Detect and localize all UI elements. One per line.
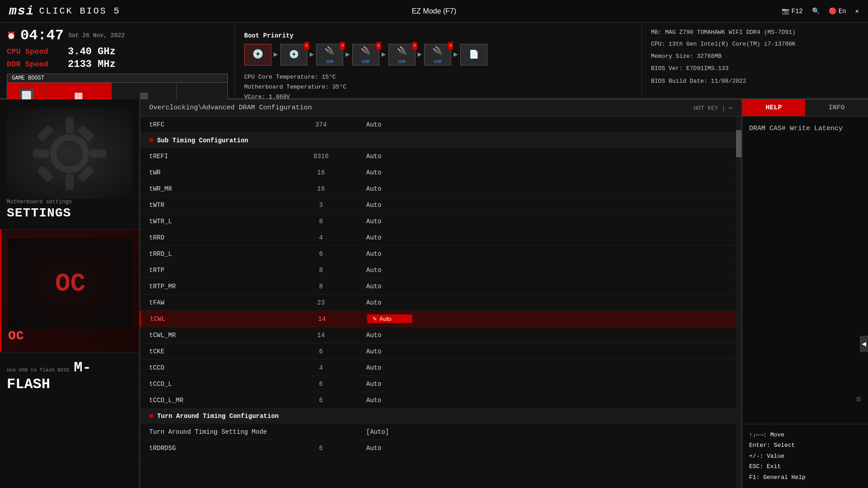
table-row[interactable]: tRTP_MR 8 Auto: [140, 278, 736, 295]
setting-mode: Auto: [366, 185, 727, 192]
setting-name: tCWL: [150, 315, 277, 323]
table-row[interactable]: tCCD_L 6 Auto: [140, 376, 736, 392]
setting-mode: Auto: [366, 153, 727, 160]
boot-device-3[interactable]: U 🔌 USB: [352, 44, 379, 66]
close-button[interactable]: ✕: [855, 7, 859, 15]
section-title: Turn Around Timing Configuration: [157, 413, 279, 420]
scrollbar-thumb[interactable]: [736, 130, 741, 157]
breadcrumb: Overclocking\Advanced DRAM Configuration: [149, 104, 312, 112]
main-layout: Motherboard settings SETTINGS OC OC Use …: [0, 99, 868, 488]
auto-button[interactable]: Auto: [367, 314, 412, 323]
section-header: ■Turn Around Timing Configuration: [140, 408, 736, 424]
table-row[interactable]: tWR 16 Auto: [140, 164, 736, 181]
device-icon-5: 🔌: [433, 44, 443, 58]
sidebar-item-settings[interactable]: Motherboard settings SETTINGS: [0, 99, 139, 230]
memory-info: Memory Size: 32768MB: [651, 51, 859, 61]
boot-device-4[interactable]: U 🔌 USB: [388, 44, 415, 66]
setting-value: 23: [276, 299, 366, 306]
ddr-speed-value: 2133 MHz: [68, 59, 116, 70]
table-row[interactable]: tWTR 3 Auto: [140, 197, 736, 213]
setting-mode: [Auto]: [366, 428, 727, 436]
boot-device-0[interactable]: 💿: [244, 44, 271, 66]
setting-mode: Auto: [366, 364, 727, 371]
setting-name: tRTP_MR: [149, 283, 276, 290]
language-button[interactable]: 🔴 En: [829, 7, 846, 15]
table-row[interactable]: tWTR_L 8 Auto: [140, 213, 736, 230]
scroll-indicator: ≡: [856, 394, 861, 405]
setting-name: tCKE: [149, 348, 276, 355]
boot-device-6[interactable]: 📄: [460, 44, 487, 66]
device-badge-1: U: [304, 42, 309, 49]
settings-table[interactable]: tRFC 374 Auto ■Sub Timing Configuration …: [140, 117, 736, 488]
device-icon-4: 🔌: [397, 44, 407, 58]
msi-logo: msi: [9, 4, 34, 18]
shortcut-esc: ESC: Exit: [749, 461, 861, 472]
mflash-subtitle: Use USB to flash BIOS: [7, 367, 70, 373]
setting-value: 8316: [276, 153, 366, 160]
clock-time: 04:47: [20, 27, 64, 44]
top-bar: msi CLICK BIOS 5 EZ Mode (F7) 📷 F12 🔍 🔴 …: [0, 0, 868, 23]
table-row[interactable]: tCCD_L_MR 6 Auto: [140, 392, 736, 408]
table-row[interactable]: tRDRDSG 6 Auto: [140, 440, 736, 456]
clock-icon: ⏰: [7, 31, 16, 40]
setting-mode: Auto: [366, 397, 727, 404]
svg-rect-4: [90, 150, 106, 158]
section-minus-icon: ■: [149, 412, 154, 420]
table-row[interactable]: tWR_MR 16 Auto: [140, 181, 736, 197]
table-row[interactable]: tRRD_L 6 Auto: [140, 246, 736, 262]
oc-icon-area: OC: [8, 239, 132, 329]
setting-name: tRTP: [149, 267, 276, 274]
boot-device-1[interactable]: U 💿: [280, 44, 307, 66]
setting-name: Turn Around Timing Setting Mode: [149, 428, 276, 436]
setting-mode: Auto: [366, 202, 727, 209]
device-badge-4: U: [412, 42, 417, 49]
tab-help[interactable]: HELP: [742, 99, 805, 116]
table-row[interactable]: tRRD 4 Auto: [140, 230, 736, 246]
setting-mode: Auto: [366, 445, 727, 452]
setting-value: 6: [276, 397, 366, 404]
device-icon-1: 💿: [289, 47, 299, 62]
ez-mode-button[interactable]: EZ Mode (F7): [412, 7, 457, 15]
side-collapse-arrow[interactable]: ◀: [860, 336, 868, 352]
setting-mode: Auto: [366, 348, 727, 355]
setting-value: 4: [276, 234, 366, 241]
table-row[interactable]: tRTP 8 Auto: [140, 262, 736, 278]
scrollbar[interactable]: [736, 117, 741, 488]
sidebar-item-oc[interactable]: OC OC: [0, 230, 139, 352]
table-row[interactable]: tCCD 4 Auto: [140, 360, 736, 376]
table-row[interactable]: tCKE 6 Auto: [140, 343, 736, 360]
setting-mode: Auto: [366, 218, 727, 225]
table-row[interactable]: Turn Around Timing Setting Mode [Auto]: [140, 424, 736, 440]
section-minus-icon: ■: [149, 136, 154, 145]
setting-name: tCCD_L: [149, 380, 276, 388]
boot-arrow-3: ▶: [382, 48, 386, 61]
setting-value: 6: [276, 250, 366, 258]
settings-content-area: tRFC 374 Auto ■Sub Timing Configuration …: [140, 117, 741, 488]
table-row[interactable]: tRFC 374 Auto: [140, 117, 736, 133]
table-row[interactable]: tFAW 23 Auto: [140, 295, 736, 311]
boot-arrow-5: ▶: [453, 48, 458, 61]
table-row[interactable]: tREFI 8316 Auto: [140, 148, 736, 164]
sidebar-item-mflash[interactable]: Use USB to flash BIOS M-FLASH: [0, 352, 139, 399]
help-text: DRAM CAS# Write Latency: [749, 125, 843, 132]
f12-button[interactable]: 📷 F12: [782, 7, 803, 15]
game-boost-label: GAME BOOST: [12, 75, 44, 81]
device-badge-2: U: [340, 42, 345, 49]
setting-name: tWTR_L: [149, 218, 276, 225]
section-title: Sub Timing Configuration: [157, 137, 249, 144]
table-row[interactable]: tCWL 14 Auto: [140, 311, 736, 327]
boot-device-2[interactable]: U 🔌 USB: [316, 44, 343, 66]
tab-info[interactable]: INFO: [805, 99, 868, 116]
boot-device-5[interactable]: U 🔌 USB: [424, 44, 451, 66]
sidebar: Motherboard settings SETTINGS OC OC Use …: [0, 99, 140, 488]
device-icon-2: 🔌: [325, 44, 335, 58]
svg-rect-8: [37, 165, 54, 183]
table-row[interactable]: tCWL_MR 14 Auto: [140, 327, 736, 343]
shortcut-move: ↑↓←→: Move: [749, 430, 861, 440]
flag-icon: 🔴: [829, 7, 836, 15]
search-button[interactable]: 🔍: [812, 7, 820, 15]
boot-priority-section: Boot Priority 💿 ▶ U 💿 ▶ U 🔌 USB ▶: [244, 28, 632, 68]
setting-mode: Auto: [366, 267, 727, 274]
svg-rect-5: [37, 125, 54, 142]
help-panel: HELP INFO DRAM CAS# Write Latency ◀ ≡ ↑↓…: [741, 99, 868, 488]
